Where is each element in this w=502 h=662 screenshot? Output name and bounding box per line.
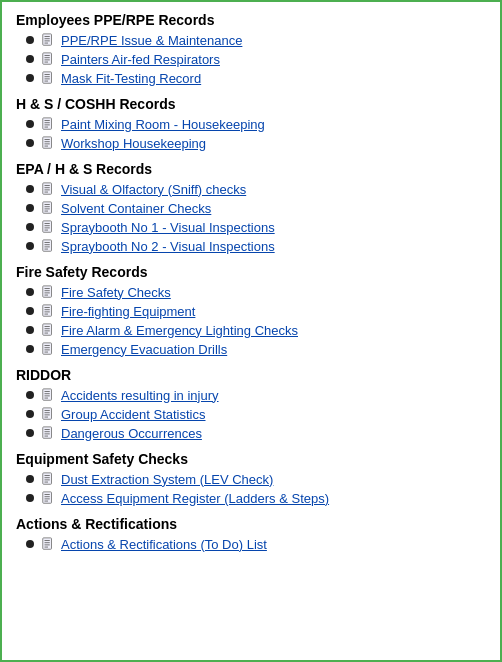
list-item: Actions & Rectifications (To Do) List [26,536,486,552]
list-item: Solvent Container Checks [26,200,486,216]
list-bullet [26,410,34,418]
svg-rect-75 [43,427,52,438]
section-equipment-safety: Equipment Safety Checks Dust Extraction … [16,451,486,506]
section-list-ppe-rpe: PPE/RPE Issue & Maintenance Painters Air… [16,32,486,86]
svg-rect-35 [43,221,52,232]
list-item: Spraybooth No 2 - Visual Inspections [26,238,486,254]
list-item: Paint Mixing Room - Housekeeping [26,116,486,132]
list-bullet [26,139,34,147]
list-item: Workshop Housekeeping [26,135,486,151]
record-link[interactable]: Paint Mixing Room - Housekeeping [61,117,265,132]
section-actions: Actions & Rectifications Actions & Recti… [16,516,486,552]
record-link[interactable]: Actions & Rectifications (To Do) List [61,537,267,552]
svg-rect-50 [43,305,52,316]
record-link[interactable]: Fire-fighting Equipment [61,304,195,319]
record-link[interactable]: Accidents resulting in injury [61,388,219,403]
record-link[interactable]: Emergency Evacuation Drills [61,342,227,357]
list-bullet [26,74,34,82]
document-icon [40,51,56,67]
list-item: Painters Air-fed Respirators [26,51,486,67]
list-item: Mask Fit-Testing Record [26,70,486,86]
section-title-fire-safety: Fire Safety Records [16,264,486,280]
list-bullet [26,429,34,437]
document-icon [40,238,56,254]
document-icon [40,490,56,506]
document-icon [40,200,56,216]
svg-rect-20 [43,137,52,148]
svg-rect-15 [43,118,52,129]
record-link[interactable]: Dangerous Occurrences [61,426,202,441]
section-list-riddor: Accidents resulting in injury Group Acci… [16,387,486,441]
list-item: Dangerous Occurrences [26,425,486,441]
section-title-actions: Actions & Rectifications [16,516,486,532]
section-title-epa-hs: EPA / H & S Records [16,161,486,177]
record-link[interactable]: Group Accident Statistics [61,407,206,422]
svg-rect-0 [43,34,52,45]
document-icon [40,32,56,48]
document-icon [40,135,56,151]
svg-rect-40 [43,240,52,251]
record-link[interactable]: Access Equipment Register (Ladders & Ste… [61,491,329,506]
list-bullet [26,204,34,212]
section-epa-hs: EPA / H & S Records Visual & Olfactory (… [16,161,486,254]
list-bullet [26,540,34,548]
list-item: Fire Safety Checks [26,284,486,300]
document-icon [40,116,56,132]
section-title-riddor: RIDDOR [16,367,486,383]
svg-rect-90 [43,538,52,549]
record-link[interactable]: Fire Safety Checks [61,285,171,300]
list-bullet [26,120,34,128]
record-link[interactable]: Dust Extraction System (LEV Check) [61,472,273,487]
document-icon [40,425,56,441]
section-list-actions: Actions & Rectifications (To Do) List [16,536,486,552]
list-bullet [26,288,34,296]
list-item: Accidents resulting in injury [26,387,486,403]
list-bullet [26,242,34,250]
svg-rect-85 [43,492,52,503]
record-link[interactable]: Solvent Container Checks [61,201,211,216]
record-link[interactable]: Mask Fit-Testing Record [61,71,201,86]
section-hs-coshh: H & S / COSHH Records Paint Mixing Room … [16,96,486,151]
svg-rect-10 [43,72,52,83]
list-bullet [26,223,34,231]
record-link[interactable]: Visual & Olfactory (Sniff) checks [61,182,246,197]
document-icon [40,536,56,552]
list-bullet [26,36,34,44]
svg-rect-25 [43,183,52,194]
list-bullet [26,326,34,334]
svg-rect-65 [43,389,52,400]
record-link[interactable]: Painters Air-fed Respirators [61,52,220,67]
record-link[interactable]: Spraybooth No 2 - Visual Inspections [61,239,275,254]
section-list-hs-coshh: Paint Mixing Room - Housekeeping Worksho… [16,116,486,151]
list-bullet [26,391,34,399]
document-icon [40,303,56,319]
svg-rect-30 [43,202,52,213]
document-icon [40,219,56,235]
record-link[interactable]: Fire Alarm & Emergency Lighting Checks [61,323,298,338]
list-bullet [26,185,34,193]
list-bullet [26,307,34,315]
document-icon [40,406,56,422]
list-item: Emergency Evacuation Drills [26,341,486,357]
list-item: Dust Extraction System (LEV Check) [26,471,486,487]
document-icon [40,70,56,86]
list-item: PPE/RPE Issue & Maintenance [26,32,486,48]
record-link[interactable]: Spraybooth No 1 - Visual Inspections [61,220,275,235]
list-bullet [26,345,34,353]
section-fire-safety: Fire Safety Records Fire Safety Checks F… [16,264,486,357]
document-icon [40,284,56,300]
list-item: Group Accident Statistics [26,406,486,422]
list-bullet [26,494,34,502]
svg-rect-60 [43,343,52,354]
list-item: Fire-fighting Equipment [26,303,486,319]
record-link[interactable]: Workshop Housekeeping [61,136,206,151]
document-icon [40,181,56,197]
svg-rect-70 [43,408,52,419]
svg-rect-5 [43,53,52,64]
record-link[interactable]: PPE/RPE Issue & Maintenance [61,33,242,48]
svg-rect-55 [43,324,52,335]
document-icon [40,387,56,403]
list-bullet [26,55,34,63]
list-item: Visual & Olfactory (Sniff) checks [26,181,486,197]
section-list-fire-safety: Fire Safety Checks Fire-fighting Equipme… [16,284,486,357]
